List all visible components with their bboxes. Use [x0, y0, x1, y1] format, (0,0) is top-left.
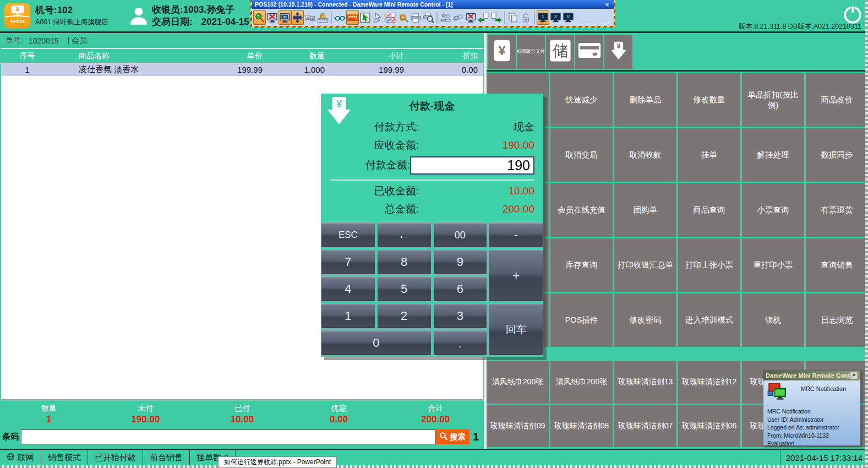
function-button[interactable]: 商品改价 [806, 73, 868, 127]
copy-pages-icon[interactable] [507, 10, 520, 25]
cash-drop-button[interactable]: ¥ [604, 35, 632, 69]
status-item: 已开始付款 [88, 450, 143, 465]
monitor-2-icon[interactable]: 2 [549, 10, 562, 25]
table-header: 序号 商品名称 单价 数量 小计 折扣 [1, 49, 483, 63]
function-button[interactable]: 打印上张小票 [678, 238, 740, 292]
function-button[interactable]: 修改密码 [614, 293, 676, 347]
key-esc[interactable]: ESC [321, 222, 375, 248]
monitor-view-icon[interactable] [279, 10, 291, 25]
key-8[interactable]: 8 [377, 249, 432, 275]
product-button[interactable]: 玫瑰味清洁剂08 [550, 405, 613, 448]
product-button[interactable]: 玫瑰味清洁剂07 [614, 405, 676, 448]
key-minus[interactable]: - [489, 222, 543, 248]
cursor-remote-icon[interactable] [359, 10, 372, 25]
key-6[interactable]: 6 [433, 276, 488, 302]
search-button[interactable]: 搜索 [435, 429, 470, 444]
bill-no-value: 1020015 [29, 36, 59, 45]
function-button[interactable]: 修改数量 [678, 73, 740, 127]
mrc-close-button[interactable]: × [850, 372, 858, 379]
deposit-pay-button[interactable]: 储 [546, 35, 574, 69]
function-button[interactable]: 会员在线充值 [550, 183, 613, 237]
function-button[interactable]: 打印收银汇总单 [614, 238, 676, 292]
table-row[interactable]: 1 凌仕香氛 淡香水 199.99 1.000 199.99 0.00 [1, 63, 483, 76]
key-3[interactable]: 3 [433, 303, 488, 329]
function-button[interactable]: 单品折扣(按比例) [742, 73, 804, 127]
damware-titlebar[interactable]: POS102 (10.10.1.219) - Connected - DameW… [252, 0, 614, 9]
gear-tools-icon[interactable] [397, 10, 410, 25]
file-transfer-in-icon[interactable] [477, 10, 490, 25]
function-button[interactable]: 团购单 [614, 183, 676, 237]
key-9[interactable]: 9 [433, 249, 488, 275]
function-button[interactable]: 删除单品 [614, 73, 676, 127]
function-button[interactable]: 重打印小票 [742, 238, 804, 292]
function-button[interactable]: 日志浏览 [806, 293, 868, 347]
keyboard-hot-icon[interactable] [346, 10, 359, 25]
function-button[interactable]: POS插件 [550, 293, 613, 347]
monitor-close-icon[interactable] [465, 10, 477, 25]
function-button[interactable]: 快速减少 [550, 73, 613, 127]
key-double-zero[interactable]: 00 [433, 222, 488, 248]
toolbar-separator [534, 12, 535, 24]
svg-text:1: 1 [542, 13, 545, 19]
product-button[interactable]: 玫瑰味清洁剂13 [614, 361, 676, 404]
key-plus[interactable]: + [489, 249, 543, 302]
monitor-disconnect-icon[interactable] [266, 10, 279, 25]
scan-pay-button[interactable]: 扫呗聚合支付 [517, 35, 545, 69]
users-icon[interactable] [439, 10, 452, 25]
keyboard-lock-icon[interactable] [316, 10, 329, 25]
key-dot[interactable]: . [433, 330, 488, 356]
glasses-view-icon[interactable] [334, 10, 346, 25]
function-button[interactable]: 有票退货 [806, 183, 868, 237]
key-4[interactable]: 4 [321, 276, 375, 302]
close-icon[interactable]: × [603, 1, 611, 8]
chain-link-icon[interactable] [452, 10, 465, 25]
function-button[interactable]: 进入培训模式 [678, 293, 740, 347]
file-transfer-out-icon[interactable] [490, 10, 503, 25]
function-button[interactable]: 取消交易 [550, 128, 613, 182]
key-backspace[interactable]: ← [377, 222, 432, 248]
key-1[interactable]: 1 [321, 303, 375, 329]
mrc-info-line: MRC Notification [767, 407, 856, 416]
key-enter[interactable]: 回车 [489, 303, 543, 356]
unlock-icon[interactable] [520, 10, 532, 25]
bill-no-label: 单号: [6, 36, 23, 46]
key-0[interactable]: 0 [321, 330, 432, 356]
summary-label: 已付 [234, 404, 250, 413]
key-5[interactable]: 5 [377, 276, 432, 302]
function-button[interactable]: 查询销售 [806, 238, 868, 292]
cell-subtotal: 199.99 [330, 65, 410, 74]
cashier-name: 收银员:1003.孙兔子 [152, 4, 249, 16]
remote-view-edge-bottom [0, 465, 868, 468]
function-button[interactable]: 数据同步 [806, 128, 868, 182]
summary-item: 数量1 [1, 401, 97, 428]
function-button[interactable]: 小票查询 [742, 183, 804, 237]
datetime: 2021-04-15 17:33:14 [786, 453, 862, 462]
print-preview-icon[interactable] [422, 10, 435, 25]
product-button[interactable]: 玫瑰味清洁剂06 [678, 405, 740, 448]
cursor-local-icon[interactable] [372, 10, 384, 25]
function-button[interactable]: 库存查询 [550, 238, 613, 292]
cash-pay-button[interactable]: ¥ [488, 35, 516, 69]
settings-checkboxes-icon[interactable] [384, 10, 397, 25]
card-pay-button[interactable] [575, 35, 603, 69]
abc-blocks-icon[interactable]: AB [304, 10, 316, 25]
col-qty: 数量 [268, 51, 330, 61]
monitor-v-icon[interactable]: V [562, 10, 575, 25]
product-button[interactable]: 清风纸巾200张 [487, 361, 549, 404]
function-button[interactable]: 商品查询 [678, 183, 740, 237]
monitor-1-icon[interactable]: 1 [537, 10, 549, 25]
key-2[interactable]: 2 [377, 303, 432, 329]
pushpin-icon[interactable] [253, 10, 266, 25]
barcode-input[interactable] [21, 429, 435, 444]
function-button[interactable]: 挂单 [678, 128, 740, 182]
product-button[interactable]: 玫瑰味清洁剂09 [487, 405, 549, 448]
key-7[interactable]: 7 [321, 249, 375, 275]
function-button[interactable]: 锁机 [742, 293, 804, 347]
payment-amount-input[interactable] [410, 156, 534, 175]
product-button[interactable]: 玫瑰味清洁剂12 [678, 361, 740, 404]
function-button[interactable]: 取消收款 [614, 128, 676, 182]
pan-arrows-icon[interactable] [291, 10, 304, 25]
function-button[interactable]: 解挂处理 [742, 128, 804, 182]
product-button[interactable]: 清风纸巾200张 [550, 361, 613, 404]
printer-icon[interactable] [410, 10, 422, 25]
